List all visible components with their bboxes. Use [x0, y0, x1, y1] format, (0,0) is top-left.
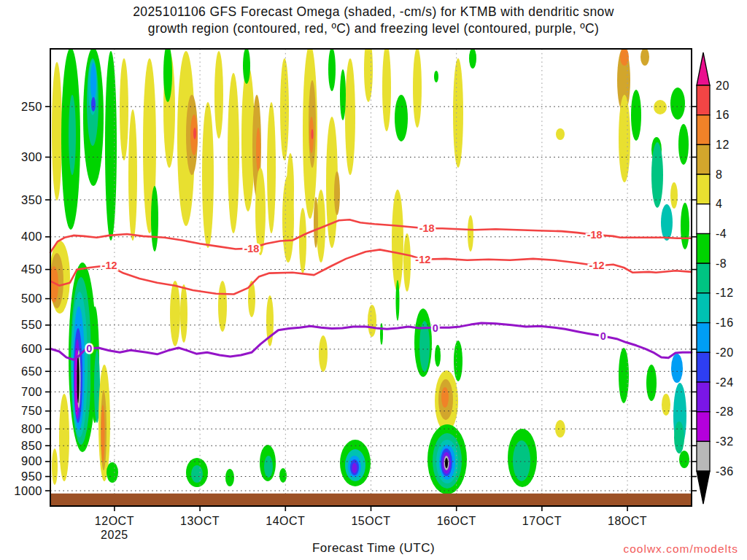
- colorbar-segment: [697, 293, 710, 323]
- colorbar-segment: [697, 234, 710, 264]
- omega-shaded-region: [319, 335, 328, 372]
- omega-shaded-region: [392, 190, 403, 292]
- omega-shaded-region: [671, 354, 683, 383]
- omega-shaded-region: [280, 58, 289, 160]
- omega-shaded-region: [101, 405, 105, 463]
- omega-shaded-region: [646, 365, 657, 401]
- omega-shaded-region: [631, 90, 641, 141]
- omega-shaded-region: [163, 44, 172, 102]
- omega-shaded-region: [413, 47, 422, 128]
- colorbar-label: -28: [716, 405, 734, 418]
- omega-shaded-region: [299, 208, 306, 273]
- omega-shaded-region: [264, 456, 273, 478]
- omega-shaded-region: [620, 48, 629, 66]
- colorbar-segment: [697, 352, 710, 382]
- omega-shaded-region: [640, 48, 649, 66]
- colorbar-label: 8: [716, 168, 722, 181]
- omega-shaded-region: [670, 182, 678, 209]
- omega-shaded-region: [555, 420, 565, 438]
- omega-shaded-region: [396, 280, 400, 321]
- contour-label-dendritic-minus18: -18: [419, 222, 435, 234]
- omega-shaded-region: [364, 36, 373, 102]
- colorbar-segment: [697, 441, 710, 471]
- omega-shaded-region: [434, 71, 438, 82]
- omega-shaded-region: [282, 175, 294, 262]
- omega-shaded-region: [380, 323, 383, 345]
- x-axis-year-label: 2025: [101, 529, 128, 541]
- colorbar-label: 16: [716, 109, 729, 121]
- omega-shaded-region: [90, 63, 96, 101]
- y-tick-label: 250: [21, 100, 42, 113]
- omega-shaded-region: [674, 421, 684, 454]
- omega-shaded-region: [228, 73, 239, 233]
- omega-shaded-region: [662, 394, 670, 416]
- y-tick-label: 850: [21, 439, 42, 452]
- colorbar-label: -16: [716, 316, 734, 329]
- omega-shaded-region: [651, 142, 663, 208]
- y-tick-label: 500: [21, 292, 42, 305]
- omega-shaded-region: [435, 345, 441, 367]
- omega-shaded-region: [654, 100, 667, 114]
- y-tick-label: 600: [21, 342, 42, 355]
- omega-shaded-region: [670, 88, 685, 120]
- omega-shaded-region: [314, 197, 318, 248]
- x-tick-label: 17OCT: [522, 515, 562, 527]
- omega-shaded-region: [556, 128, 565, 140]
- colorbar-segment: [697, 115, 710, 145]
- omega-cross-section-plot: -18-18-18-12-12-120002503003504004505005…: [0, 0, 747, 560]
- y-tick-label: 400: [21, 230, 42, 243]
- colorbar-label: 20: [716, 79, 729, 92]
- contour-label-dendritic-minus18: -18: [587, 229, 603, 241]
- colorbar-segment: [697, 323, 710, 353]
- colorbar-segment: [697, 174, 710, 204]
- omega-shaded-region: [202, 102, 214, 248]
- x-tick-label: 12OCT: [95, 515, 134, 527]
- omega-shaded-region: [445, 458, 448, 468]
- omega-shaded-region: [368, 305, 376, 337]
- omega-shaded-region: [328, 47, 336, 91]
- omega-shaded-region: [52, 62, 62, 201]
- colorbar-label: -8: [716, 257, 727, 270]
- omega-shaded-region: [120, 58, 128, 160]
- colorbar-label: 4: [716, 198, 722, 210]
- omega-shaded-region: [345, 58, 355, 175]
- y-tick-label: 350: [21, 193, 42, 206]
- y-tick-label: 1000: [14, 484, 42, 497]
- omega-shaded-region: [128, 109, 137, 241]
- watermark-link[interactable]: coolwx.com/modelts: [623, 542, 738, 556]
- omega-shaded-region: [191, 465, 203, 483]
- omega-shaded-region: [453, 58, 463, 168]
- omega-shaded-region: [454, 341, 462, 381]
- colorbar-segment: [697, 204, 710, 234]
- omega-shaded-region: [77, 355, 80, 403]
- omega-shaded-region: [619, 95, 630, 182]
- omega-shaded-region: [661, 204, 673, 241]
- omega-shaded-region: [678, 124, 689, 165]
- omega-shaded-region: [352, 463, 357, 473]
- contour-label-freezing-level-0: 0: [86, 343, 92, 354]
- y-tick-label: 650: [21, 365, 42, 378]
- omega-shaded-region: [395, 95, 408, 141]
- contour-label-dendritic-minus12: -12: [102, 260, 117, 271]
- omega-shaded-region: [334, 171, 340, 215]
- y-tick-label: 700: [21, 385, 42, 398]
- omega-shaded-region: [52, 448, 58, 485]
- contour-label-freezing-level-0: 0: [600, 330, 606, 342]
- omega-shaded-region: [679, 451, 689, 468]
- colorbar-segment: [697, 85, 710, 115]
- y-tick-label: 300: [21, 150, 42, 163]
- omega-shaded-region: [382, 44, 391, 131]
- colorbar-segment: [697, 263, 710, 293]
- omega-shaded-region: [681, 203, 689, 249]
- x-tick-label: 13OCT: [180, 515, 220, 527]
- y-tick-label: 800: [21, 422, 42, 435]
- omega-shaded-region: [441, 387, 449, 408]
- contour-label-freezing-level-0: 0: [433, 322, 438, 334]
- omega-shaded-region: [311, 129, 314, 139]
- contour-label-dendritic-minus12: -12: [589, 260, 605, 271]
- colorbar-label: 12: [716, 139, 729, 151]
- omega-shaded-region: [403, 233, 411, 292]
- colorbar-segment: [697, 144, 710, 174]
- colorbar-segment: [697, 382, 710, 412]
- x-tick-label: 16OCT: [437, 515, 476, 527]
